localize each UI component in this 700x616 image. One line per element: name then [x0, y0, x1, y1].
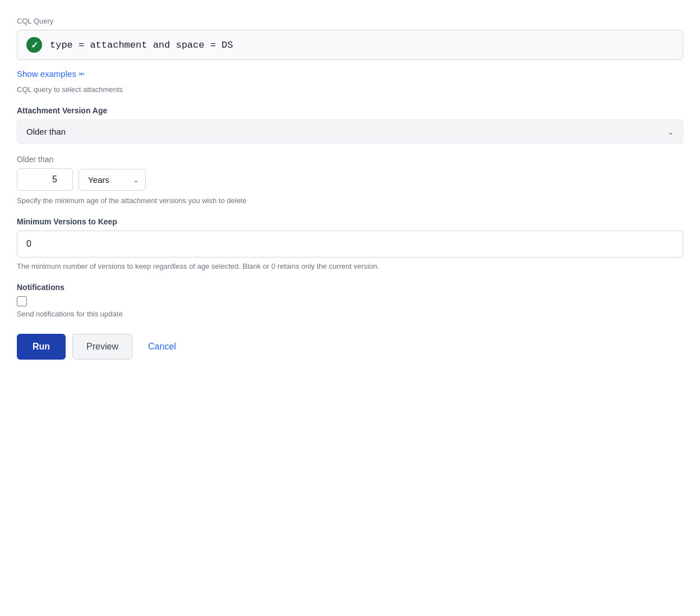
minimum-versions-helper: The minimum number of versions to keep r…	[17, 262, 683, 270]
chevron-down-double-icon: ⤔	[79, 70, 85, 78]
attachment-version-age-label: Attachment Version Age	[17, 106, 683, 115]
attachment-version-age-group: Attachment Version Age Older than Newer …	[17, 106, 683, 144]
minimum-versions-label: Minimum Versions to Keep	[17, 217, 683, 226]
minimum-versions-group: Minimum Versions to Keep The minimum num…	[17, 217, 683, 270]
older-than-group: Older than Days Weeks Months Years ⌄ Spe…	[17, 155, 683, 205]
older-than-label: Older than	[17, 155, 683, 164]
cancel-button[interactable]: Cancel	[139, 334, 185, 359]
check-circle-icon	[26, 37, 42, 53]
unit-select[interactable]: Days Weeks Months Years	[79, 169, 146, 191]
notifications-section: Notifications Send notifications for thi…	[17, 283, 683, 318]
notifications-label: Notifications	[17, 283, 683, 292]
older-than-row: Days Weeks Months Years ⌄	[17, 168, 683, 191]
attachment-version-age-select[interactable]: Older than Newer than Any	[17, 119, 683, 144]
cql-query-value: type = attachment and space = DS	[50, 40, 233, 50]
notifications-helper: Send notifications for this update	[17, 310, 683, 318]
cql-helper-text: CQL query to select attachments	[17, 85, 683, 94]
preview-button[interactable]: Preview	[72, 334, 132, 360]
show-examples-link[interactable]: Show examples ⤔	[17, 69, 85, 79]
button-row: Run Preview Cancel	[17, 334, 683, 360]
notifications-checkbox[interactable]	[17, 296, 27, 306]
notifications-checkbox-row	[17, 296, 683, 306]
unit-select-wrapper: Days Weeks Months Years ⌄	[79, 169, 146, 191]
run-button[interactable]: Run	[17, 334, 66, 360]
attachment-version-age-select-wrapper: Older than Newer than Any ⌄	[17, 119, 683, 144]
cql-query-input-wrapper: type = attachment and space = DS	[17, 30, 683, 60]
show-examples-label: Show examples	[17, 69, 76, 79]
minimum-versions-input[interactable]	[17, 231, 683, 258]
age-helper-text: Specify the minimum age of the attachmen…	[17, 196, 683, 205]
cql-query-label: CQL Query	[17, 17, 683, 25]
older-than-number-input[interactable]	[17, 168, 73, 191]
